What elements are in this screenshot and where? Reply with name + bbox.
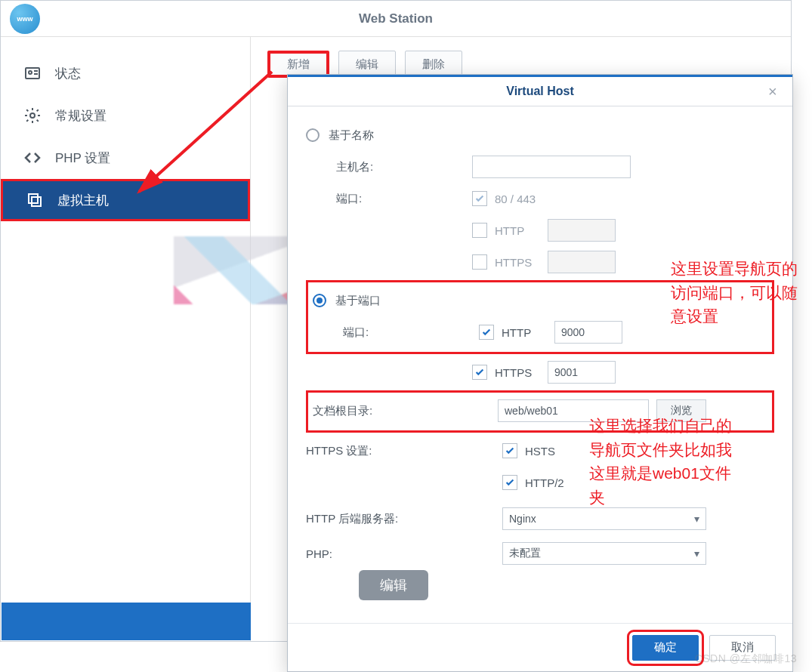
label-http2: HTTP — [502, 326, 547, 339]
backend-select[interactable]: Nginx — [502, 507, 706, 530]
check-http2[interactable] — [502, 475, 517, 490]
php-select[interactable]: 未配置 — [502, 542, 706, 565]
sidebar-item-status[interactable]: 状态 — [1, 52, 250, 94]
sidebar-item-label: PHP 设置 — [55, 150, 110, 167]
sidebar-item-label: 常规设置 — [55, 107, 107, 125]
label-port-based: 基于端口 — [335, 294, 381, 308]
http-port-input[interactable] — [554, 321, 622, 344]
label-php: PHP: — [306, 547, 502, 560]
label-default-ports: 80 / 443 — [495, 193, 536, 205]
layers-icon — [26, 191, 44, 209]
sidebar-item-general[interactable]: 常规设置 — [1, 94, 250, 137]
label-docroot: 文档根目录: — [313, 404, 498, 418]
watermark: CSDN @左邻咖啡13 — [695, 652, 797, 666]
dialog-title: Virtual Host — [506, 85, 574, 98]
row-name-based: 基于名称 — [306, 120, 774, 150]
radio-port-based[interactable] — [313, 294, 326, 307]
edit-badge: 编辑 — [359, 570, 428, 600]
sidebar-item-php[interactable]: PHP 设置 — [1, 137, 250, 179]
label-https-settings: HTTPS 设置: — [306, 444, 502, 458]
label-port: 端口: — [306, 192, 472, 206]
id-card-icon — [23, 64, 42, 82]
row-hostname: 主机名: — [306, 152, 774, 182]
dialog-header: Virtual Host × — [288, 75, 792, 106]
row-https-port: HTTPS — [306, 357, 774, 387]
annotation-docroot: 这里选择我们自己的导航页文件夹比如我这里就是web01文件夹 — [589, 414, 740, 509]
label-http2-opt: HTTP/2 — [525, 476, 564, 489]
check-https-name[interactable] — [472, 254, 487, 270]
check-hsts[interactable] — [502, 443, 517, 458]
label-backend: HTTP 后端服务器: — [306, 512, 502, 526]
check-http-port[interactable] — [479, 325, 494, 340]
ok-button[interactable]: 确定 — [632, 635, 699, 661]
annotation-port: 这里设置导航页的访问端口，可以随意设置 — [671, 257, 803, 328]
sidebar-item-label: 状态 — [55, 65, 81, 82]
titlebar: www Web Station — [1, 1, 791, 37]
label-https: HTTPS — [495, 256, 540, 269]
row-php: PHP: 未配置 — [306, 538, 774, 569]
check-https-port[interactable] — [472, 365, 487, 380]
gear-icon — [23, 106, 42, 125]
row-port-default: 端口: 80 / 443 — [306, 183, 774, 214]
svg-point-1 — [29, 71, 32, 74]
https-port-input[interactable] — [548, 361, 616, 384]
sidebar-item-label: 虚拟主机 — [57, 192, 109, 209]
sidebar: 状态 常规设置 PHP 设置 虚拟主机 — [1, 37, 250, 641]
mosaic-overlay — [174, 236, 302, 304]
row-http-name: HTTP — [306, 215, 774, 245]
app-logo-icon: www — [10, 4, 40, 34]
code-icon — [23, 149, 42, 167]
label-https2: HTTPS — [495, 366, 540, 379]
hostname-input[interactable] — [472, 156, 631, 178]
label-hostname: 主机名: — [306, 160, 472, 174]
label-hsts: HSTS — [525, 445, 555, 458]
app-title: Web Station — [359, 11, 433, 26]
https-port-name-input[interactable] — [548, 251, 616, 273]
label-http: HTTP — [495, 224, 540, 237]
sidebar-item-vhost[interactable]: 虚拟主机 — [1, 179, 250, 221]
radio-name-based[interactable] — [306, 128, 320, 142]
check-default-ports[interactable] — [472, 191, 487, 206]
check-http-name[interactable] — [472, 223, 487, 238]
label-port2: 端口: — [313, 325, 479, 340]
http-port-name-input[interactable] — [548, 219, 616, 242]
svg-rect-4 — [32, 197, 41, 206]
footer-bar — [2, 603, 251, 640]
svg-point-2 — [30, 113, 35, 118]
svg-rect-3 — [29, 194, 38, 203]
label-name-based: 基于名称 — [329, 128, 374, 143]
close-icon[interactable]: × — [768, 85, 782, 98]
